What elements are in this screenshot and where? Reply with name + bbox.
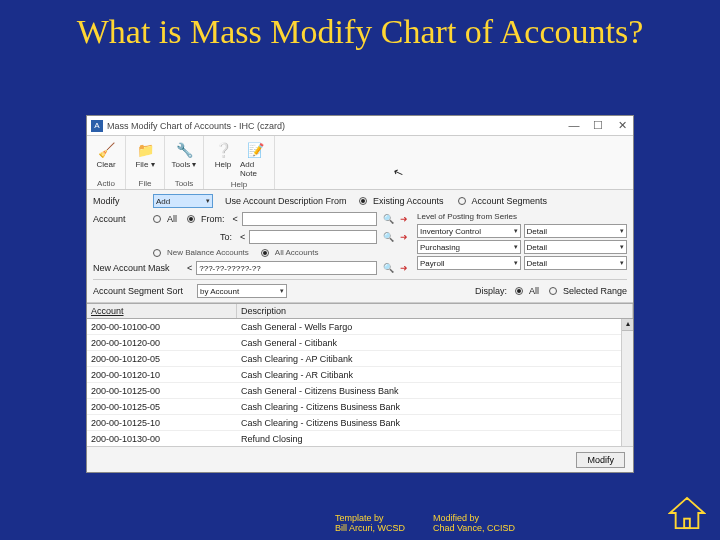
ribbon-btn-label: Clear	[96, 160, 115, 169]
folder-icon: 📁	[135, 140, 155, 160]
app-icon: A	[91, 120, 103, 132]
footer-bar: Modify	[87, 446, 633, 472]
table-row[interactable]: 200-00-10120-05Cash Clearing - AP Citiba…	[87, 351, 633, 367]
cell-account: 200-00-10125-05	[87, 402, 237, 412]
all-label: All	[167, 214, 177, 224]
display-selected-label: Selected Range	[563, 286, 627, 296]
mask-value: ???-??-?????-??	[199, 264, 260, 273]
cell-account: 200-00-10130-00	[87, 434, 237, 444]
ribbon: 🧹 Clear Actio 📁 File ▾ File 🔧 Tools ▾	[87, 136, 633, 190]
table-row[interactable]: 200-00-10100-00Cash General - Wells Farg…	[87, 319, 633, 335]
ribbon-group-label: Actio	[97, 179, 115, 188]
credits: Template by Bill Arcuri, WCSD Modified b…	[335, 514, 515, 534]
clear-icon: 🧹	[96, 140, 116, 160]
from-account-field[interactable]	[242, 212, 377, 226]
modified-by-name: Chad Vance, CCISD	[433, 524, 515, 534]
add-note-button[interactable]: 📝 Add Note	[240, 138, 270, 180]
radio-restrict-new[interactable]	[153, 249, 161, 257]
ribbon-btn-label: File ▾	[135, 160, 154, 169]
arrow-right-icon[interactable]: ➜	[397, 214, 411, 224]
radio-from[interactable]	[187, 215, 195, 223]
posting-level-0[interactable]: Detail▾	[524, 224, 628, 238]
display-all-label: All	[529, 286, 539, 296]
maximize-btn[interactable]: ☐	[591, 119, 605, 132]
radio-segments[interactable]	[458, 197, 466, 205]
lookup-icon[interactable]: 🔍	[381, 232, 395, 242]
form-area: Modify Add▾ Use Account Description From…	[87, 190, 633, 303]
ribbon-btn-label: Help	[215, 160, 231, 169]
cell-account: 200-00-10125-10	[87, 418, 237, 428]
col-description[interactable]: Description	[237, 304, 633, 318]
template-by-name: Bill Arcuri, WCSD	[335, 524, 405, 534]
cell-account: 200-00-10120-10	[87, 370, 237, 380]
radio-restrict-all[interactable]	[261, 249, 269, 257]
radio-display-all[interactable]	[515, 287, 523, 295]
file-button[interactable]: 📁 File ▾	[130, 138, 160, 171]
modify-dropdown[interactable]: Add▾	[153, 194, 213, 208]
cell-description: Cash Clearing - Citizens Business Bank	[237, 402, 633, 412]
modify-label: Modify	[93, 196, 149, 206]
titlebar[interactable]: A Mass Modify Chart of Accounts - IHC (c…	[87, 116, 633, 136]
sort-label: Account Segment Sort	[93, 286, 193, 296]
table-row[interactable]: 200-00-10120-10Cash Clearing - AR Citiba…	[87, 367, 633, 383]
modify-value: Add	[156, 197, 170, 206]
to-label: To:	[220, 232, 232, 242]
posting-level-2[interactable]: Detail▾	[524, 256, 628, 270]
scroll-up-icon[interactable]: ▴	[622, 319, 633, 331]
ribbon-btn-label: Tools ▾	[172, 160, 197, 169]
posting-series-2[interactable]: Payroll▾	[417, 256, 521, 270]
posting-series-1[interactable]: Purchasing▾	[417, 240, 521, 254]
table-row[interactable]: 200-00-10120-00Cash General - Citibank	[87, 335, 633, 351]
arrow-right-icon[interactable]: ➜	[397, 232, 411, 242]
table-row[interactable]: 200-00-10125-00Cash General - Citizens B…	[87, 383, 633, 399]
svg-marker-0	[670, 498, 704, 528]
clear-button[interactable]: 🧹 Clear	[91, 138, 121, 171]
restrict-new-label: New Balance Accounts	[167, 248, 249, 257]
scrollbar[interactable]: ▴	[621, 319, 633, 446]
table-row[interactable]: 200-00-10125-10Cash Clearing - Citizens …	[87, 415, 633, 431]
cell-account: 200-00-10100-00	[87, 322, 237, 332]
arrow-right-icon[interactable]: ➜	[397, 263, 411, 273]
ribbon-group-label: Help	[231, 180, 247, 189]
posting-level-1[interactable]: Detail▾	[524, 240, 628, 254]
lookup-icon[interactable]: 🔍	[381, 214, 395, 224]
table-row[interactable]: 200-00-10125-05Cash Clearing - Citizens …	[87, 399, 633, 415]
window-title: Mass Modify Chart of Accounts - IHC (cza…	[107, 121, 567, 131]
table-row[interactable]: 200-00-10130-00Refund Closing	[87, 431, 633, 446]
help-button[interactable]: ❔ Help	[208, 138, 238, 180]
cell-description: Cash Clearing - Citizens Business Bank	[237, 418, 633, 428]
radio-all[interactable]	[153, 215, 161, 223]
cell-description: Refund Closing	[237, 434, 633, 444]
minimize-btn[interactable]: —	[567, 119, 581, 132]
ribbon-group-label: Tools	[175, 179, 194, 188]
cell-description: Cash Clearing - AR Citibank	[237, 370, 633, 380]
note-icon: 📝	[245, 140, 265, 160]
help-icon: ❔	[213, 140, 233, 160]
posting-series-0[interactable]: Inventory Control▾	[417, 224, 521, 238]
home-icon[interactable]	[668, 496, 706, 530]
modify-button[interactable]: Modify	[576, 452, 625, 468]
cell-account: 200-00-10125-00	[87, 386, 237, 396]
radio-display-selected[interactable]	[549, 287, 557, 295]
lookup-icon[interactable]: 🔍	[381, 263, 395, 273]
cell-description: Cash General - Citizens Business Bank	[237, 386, 633, 396]
use-desc-label: Use Account Description From	[225, 196, 355, 206]
close-btn[interactable]: ✕	[615, 119, 629, 132]
radio-existing[interactable]	[359, 197, 367, 205]
chevron-down-icon: ▾	[206, 197, 210, 205]
col-account[interactable]: Account	[87, 304, 237, 318]
wrench-icon: 🔧	[174, 140, 194, 160]
opt-existing-label: Existing Accounts	[373, 196, 444, 206]
accounts-table: Account Description 200-00-10100-00Cash …	[87, 303, 633, 446]
to-account-field[interactable]	[249, 230, 377, 244]
sort-dropdown[interactable]: by Account▾	[197, 284, 287, 298]
ribbon-group-label: File	[139, 179, 152, 188]
from-label: From:	[201, 214, 225, 224]
tools-button[interactable]: 🔧 Tools ▾	[169, 138, 199, 171]
account-label: Account	[93, 214, 149, 224]
slide-title: What is Mass Modify Chart of Accounts?	[0, 0, 720, 59]
posting-panel: Level of Posting from Series Inventory C…	[417, 212, 627, 275]
mask-field[interactable]: ???-??-?????-??	[196, 261, 377, 275]
display-label: Display:	[475, 286, 507, 296]
posting-title: Level of Posting from Series	[417, 212, 627, 221]
